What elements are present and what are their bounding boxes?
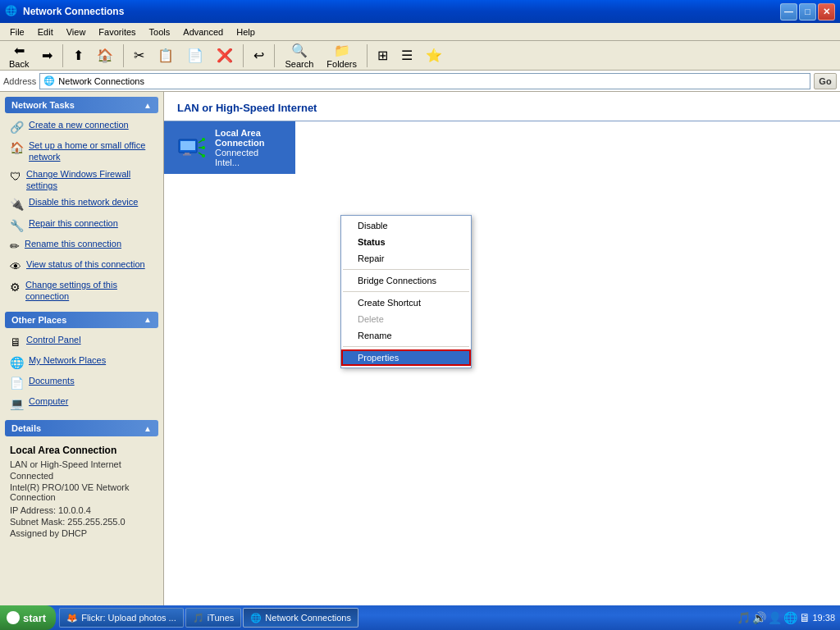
taskbar-items: 🦊 Flickr: Upload photos ... 🎵 iTunes 🌐 N… — [56, 606, 732, 629]
paste-icon: 📄 — [187, 48, 203, 63]
sidebar-item-change-settings[interactable]: ⚙ Change settings of this connection — [0, 276, 163, 305]
network-tasks-header[interactable]: Network Tasks ▲ — [5, 97, 158, 113]
sidebar-item-disable-device[interactable]: 🔌 Disable this network device — [0, 194, 163, 214]
ctx-item-disable[interactable]: Disable — [341, 217, 471, 234]
ctx-item-rename[interactable]: Rename — [341, 327, 471, 344]
content-section-title: LAN or High-Speed Internet — [164, 92, 840, 121]
title-bar: 🌐 Network Connections — □ ✕ — [0, 0, 840, 23]
taskbar-item-itunes[interactable]: 🎵 iTunes — [185, 608, 242, 628]
sidebar-item-computer[interactable]: 💻 Computer — [0, 393, 163, 413]
collapse-arrow-icon: ▲ — [144, 101, 152, 110]
ctx-separator-1 — [343, 269, 469, 270]
tray-icon-3[interactable]: 🌐 — [783, 611, 797, 624]
delete-button[interactable]: ❌ — [211, 45, 239, 66]
toolbar-separator-1 — [62, 44, 63, 67]
connection-status: Connected — [215, 148, 282, 158]
tray-icon-0[interactable]: 🎵 — [737, 611, 751, 624]
address-label: Address — [3, 76, 36, 86]
title-bar-icon: 🌐 — [5, 5, 18, 18]
menu-tools[interactable]: Tools — [143, 25, 177, 39]
disable-device-icon: 🔌 — [10, 197, 24, 212]
title-bar-title: Network Connections — [23, 6, 780, 17]
ctx-item-create-shortcut[interactable]: Create Shortcut — [341, 294, 471, 311]
layout-button[interactable]: ☰ — [395, 45, 418, 66]
go-button[interactable]: Go — [814, 73, 837, 89]
ctx-separator-3 — [343, 346, 469, 347]
menu-favorites[interactable]: Favorites — [92, 25, 142, 39]
search-button[interactable]: 🔍 Search — [279, 40, 319, 71]
address-bar: Address 🌐 Network Connections Go — [0, 71, 840, 92]
forward-button[interactable]: ➡ — [36, 45, 58, 66]
details-content: Local Area Connection LAN or High-Speed … — [0, 440, 163, 545]
close-button[interactable]: ✕ — [818, 3, 835, 21]
toolbar-separator-4 — [274, 44, 275, 67]
tray-time: 19:38 — [812, 613, 835, 623]
repair-icon: 🔧 — [10, 218, 24, 233]
ctx-item-bridge-connections[interactable]: Bridge Connections — [341, 272, 471, 289]
details-row-1: Connected — [10, 471, 153, 481]
favorites-icon: ⭐ — [426, 48, 442, 63]
maximize-button[interactable]: □ — [799, 3, 816, 21]
sidebar-item-rename[interactable]: ✏ Rename this connection — [0, 235, 163, 256]
back-button[interactable]: ⬅ Back — [3, 40, 34, 71]
ctx-item-properties[interactable]: Properties — [341, 349, 471, 366]
undo-icon: ↩ — [253, 48, 264, 63]
network-connections-taskbar-icon: 🌐 — [250, 613, 262, 623]
ctx-item-repair[interactable]: Repair — [341, 250, 471, 267]
sidebar-item-create-connection[interactable]: 🔗 Create a new connection — [0, 116, 163, 137]
taskbar-item-flickr[interactable]: 🦊 Flickr: Upload photos ... — [59, 608, 184, 628]
tray-icon-1[interactable]: 🔊 — [752, 611, 766, 624]
main-layout: Network Tasks ▲ 🔗 Create a new connectio… — [0, 92, 840, 605]
menu-advanced[interactable]: Advanced — [176, 25, 230, 39]
sidebar-item-firewall[interactable]: 🛡 Change Windows Firewall settings — [0, 166, 163, 194]
taskbar-item-network-connections[interactable]: 🌐 Network Connections — [243, 608, 358, 628]
copy-button[interactable]: 📋 — [152, 45, 180, 66]
tray-icon-4[interactable]: 🖥 — [799, 611, 810, 624]
view-button[interactable]: ⊞ — [372, 45, 394, 66]
home-button[interactable]: 🏠 — [91, 45, 119, 66]
sidebar-item-documents[interactable]: 📄 Documents — [0, 372, 163, 393]
title-bar-buttons: — □ ✕ — [780, 3, 835, 21]
other-places-header[interactable]: Other Places ▲ — [5, 312, 158, 328]
toolbar-separator-5 — [367, 44, 368, 67]
connection-item-local-area[interactable]: Local Area Connection Connected Intel... — [164, 121, 295, 174]
menu-view[interactable]: View — [60, 25, 93, 39]
menu-file[interactable]: File — [3, 25, 31, 39]
details-section: Details ▲ Local Area Connection LAN or H… — [0, 420, 163, 551]
home-icon: 🏠 — [97, 48, 113, 63]
start-button[interactable]: start — [0, 605, 56, 630]
minimize-button[interactable]: — — [780, 3, 797, 21]
svg-point-8 — [202, 146, 205, 149]
sidebar-item-home-office[interactable]: 🏠 Set up a home or small office network — [0, 137, 163, 166]
sidebar-item-my-network-places[interactable]: 🌐 My Network Places — [0, 352, 163, 372]
folders-button[interactable]: 📁 Folders — [321, 40, 363, 71]
svg-point-7 — [202, 138, 205, 141]
sidebar-item-repair[interactable]: 🔧 Repair this connection — [0, 215, 163, 235]
tray-icon-2[interactable]: 👤 — [768, 611, 782, 624]
sidebar-item-control-panel[interactable]: 🖥 Control Panel — [0, 331, 163, 352]
flickr-icon: 🦊 — [66, 613, 78, 623]
paste-button[interactable]: 📄 — [181, 45, 209, 66]
ctx-separator-2 — [343, 291, 469, 292]
details-title: Local Area Connection — [10, 445, 153, 456]
sidebar-item-view-status[interactable]: 👁 View status of this connection — [0, 256, 163, 276]
favorites-toolbar-button[interactable]: ⭐ — [420, 45, 448, 66]
cut-button[interactable]: ✂ — [128, 45, 150, 66]
windows-logo-icon — [7, 611, 20, 624]
control-panel-icon: 🖥 — [10, 335, 21, 349]
up-button[interactable]: ⬆ — [67, 45, 89, 66]
forward-icon: ➡ — [42, 48, 52, 63]
toolbar-separator-3 — [243, 44, 244, 67]
up-icon: ⬆ — [73, 48, 84, 63]
content-area: LAN or High-Speed Internet — [164, 92, 840, 605]
itunes-icon: 🎵 — [193, 613, 204, 623]
details-header[interactable]: Details ▲ — [5, 420, 158, 436]
address-input[interactable]: 🌐 Network Connections — [39, 73, 810, 89]
menu-edit[interactable]: Edit — [31, 25, 60, 39]
my-network-places-icon: 🌐 — [10, 355, 24, 370]
undo-button[interactable]: ↩ — [248, 45, 270, 66]
ctx-item-status[interactable]: Status — [341, 234, 471, 250]
menu-help[interactable]: Help — [230, 25, 262, 39]
delete-icon: ❌ — [217, 48, 233, 63]
details-row-2: Intel(R) PRO/100 VE Network Connection — [10, 482, 153, 502]
